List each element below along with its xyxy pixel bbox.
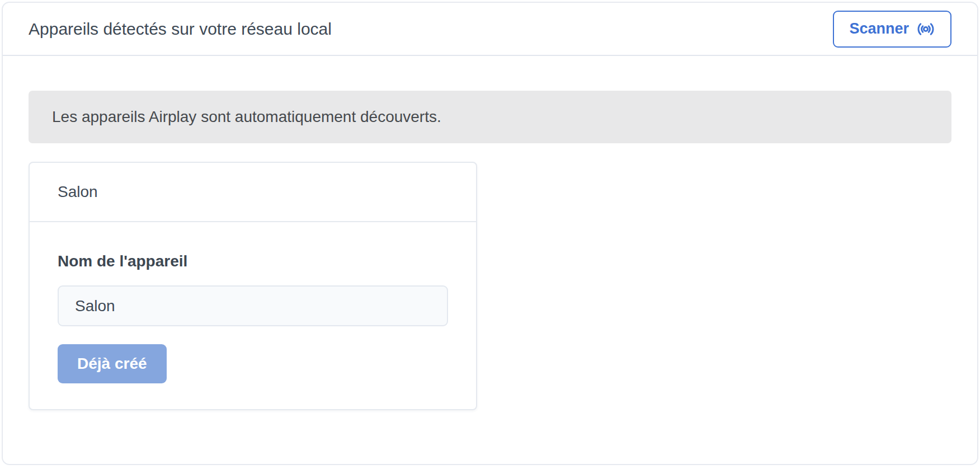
panel-header: Appareils détectés sur votre réseau loca… <box>3 3 977 56</box>
device-card-body: Nom de l'appareil Déjà créé <box>30 222 476 409</box>
device-name-input[interactable] <box>58 285 448 326</box>
page-title: Appareils détectés sur votre réseau loca… <box>29 20 332 39</box>
broadcast-icon <box>916 20 935 39</box>
already-created-button[interactable]: Déjà créé <box>58 344 167 383</box>
panel-body: Les appareils Airplay sont automatiqueme… <box>3 56 977 445</box>
devices-panel: Appareils détectés sur votre réseau loca… <box>2 2 978 465</box>
airplay-info-alert: Les appareils Airplay sont automatiqueme… <box>29 91 951 143</box>
device-name-label: Nom de l'appareil <box>58 252 448 270</box>
device-card-salon: Salon Nom de l'appareil Déjà créé <box>29 162 477 410</box>
scan-button[interactable]: Scanner <box>833 11 951 48</box>
device-card-title: Salon <box>30 163 476 222</box>
scan-button-label: Scanner <box>849 21 909 36</box>
